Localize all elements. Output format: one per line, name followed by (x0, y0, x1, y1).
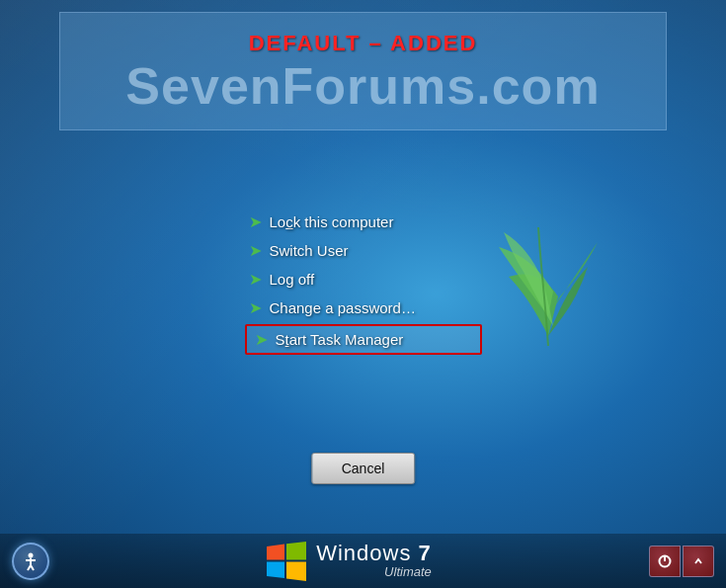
switch-user-label: Switch User (270, 242, 349, 259)
lock-arrow-icon: ➤ (249, 214, 262, 230)
decorative-leaf (489, 217, 607, 356)
menu-container: ➤ Lock this computer ➤ Switch User ➤ Log… (245, 208, 482, 355)
watermark-title: DEFAULT – ADDED (249, 31, 478, 56)
task-manager-label: Start Task Manager (276, 331, 404, 348)
log-off-arrow-icon: ➤ (249, 272, 262, 288)
windows-logo-area: Windows 7 Ultimate (267, 542, 432, 581)
windows-text: Windows 7 Ultimate (316, 542, 432, 579)
lock-computer-label: Lock this computer (270, 213, 394, 230)
power-icon (657, 553, 673, 569)
log-off-item[interactable]: ➤ Log off (245, 265, 482, 294)
ease-of-access-icon (21, 551, 40, 571)
bottom-bar: Windows 7 Ultimate (0, 534, 726, 588)
change-password-label: Change a password… (270, 299, 416, 316)
chevron-up-icon (693, 556, 703, 566)
switch-user-arrow-icon: ➤ (249, 243, 262, 259)
lock-computer-item[interactable]: ➤ Lock this computer (245, 208, 482, 236)
windows-name: Windows 7 (316, 542, 432, 565)
task-manager-arrow-icon: ➤ (255, 332, 268, 348)
log-off-label: Log off (270, 271, 315, 288)
switch-user-item[interactable]: ➤ Switch User (245, 236, 482, 265)
start-task-manager-item[interactable]: ➤ Start Task Manager (245, 324, 482, 355)
power-button[interactable] (649, 546, 681, 577)
windows-logo-icon (267, 542, 306, 581)
svg-line-4 (31, 565, 34, 570)
change-password-item[interactable]: ➤ Change a password… (245, 294, 482, 322)
watermark-box: DEFAULT – ADDED SevenForums.com (59, 12, 667, 130)
change-password-arrow-icon: ➤ (249, 300, 262, 316)
windows-edition: Ultimate (316, 565, 432, 579)
power-buttons (649, 546, 714, 577)
windows-version: 7 (419, 541, 432, 565)
cancel-button[interactable]: Cancel (311, 453, 416, 484)
arrow-button[interactable] (683, 546, 714, 577)
ease-of-access-button[interactable] (12, 543, 49, 580)
watermark-site: SevenForums.com (125, 60, 600, 112)
svg-point-0 (29, 552, 34, 557)
